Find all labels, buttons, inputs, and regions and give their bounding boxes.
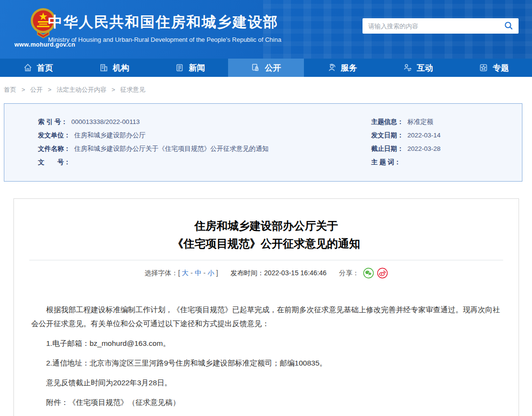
article-body: 根据我部工程建设标准编制工作计划，《住宅项目规范》已起草完成，在前期多次征求意见… xyxy=(31,303,501,409)
organization-icon xyxy=(99,63,109,73)
nav-item-topics[interactable]: 专题 xyxy=(456,59,532,77)
nav-label: 互动 xyxy=(417,62,433,73)
breadcrumb: 首页 > 公开 > 法定主动公开内容 > 征求意见 xyxy=(0,77,532,94)
paragraph-attachment: 附件：《住宅项目规范》（征求意见稿） xyxy=(31,395,501,409)
search-box xyxy=(363,18,519,34)
info-row-document-number: 文 号： xyxy=(38,156,371,169)
document-info-right-column: 主题信息：标准定额 发文日期：2022-03-14 截止日期：2022-03-2… xyxy=(371,115,522,181)
search-input[interactable] xyxy=(368,23,503,30)
info-label: 主 题 词： xyxy=(371,159,401,166)
info-row-deadline-date: 截止日期：2022-03-28 xyxy=(371,142,522,156)
interaction-icon xyxy=(403,63,412,73)
service-icon xyxy=(327,63,337,73)
font-size-label: 选择字体： xyxy=(145,267,178,279)
article-title: 住房和城乡建设部办公厅关于 《住宅项目规范》公开征求意见的通知 xyxy=(14,217,519,253)
weibo-icon[interactable] xyxy=(377,268,388,279)
publish-time-value: 2022-03-15 16:46:46 xyxy=(264,267,326,279)
breadcrumb-home[interactable]: 首页 xyxy=(4,86,16,93)
wechat-icon[interactable] xyxy=(363,268,374,279)
topic-icon xyxy=(479,63,488,73)
nav-label: 首页 xyxy=(37,62,53,73)
disclosure-icon xyxy=(251,63,260,73)
publish-time-group: 发布时间： 2022-03-15 16:46:46 xyxy=(230,267,326,279)
info-label: 文件名称： xyxy=(38,145,71,152)
site-name: 中华人民共和国住房和城乡建设部 xyxy=(48,12,281,32)
font-size-selector: 选择字体： [ 大 - 中 - 小 ] xyxy=(145,267,218,279)
dash: - xyxy=(204,267,206,279)
font-size-large-button[interactable]: 大 xyxy=(182,267,189,279)
document-info-left-column: 索 引 号：000013338/2022-00113 发文单位：住房和城乡建设部… xyxy=(4,115,371,181)
info-value: 000013338/2022-00113 xyxy=(72,118,140,125)
font-size-medium-button[interactable]: 中 xyxy=(195,267,202,279)
bracket: [ xyxy=(178,267,180,279)
info-label: 发文单位： xyxy=(38,132,71,139)
breadcrumb-separator: > xyxy=(22,86,25,93)
info-row-issuing-unit: 发文单位：住房和城乡建设部办公厅 xyxy=(38,129,371,142)
article-meta-row: 选择字体： [ 大 - 中 - 小 ] 发布时间： 2022-03-15 16:… xyxy=(14,267,519,279)
nav-item-interaction[interactable]: 互动 xyxy=(380,59,456,77)
breadcrumb-statutory-content[interactable]: 法定主动公开内容 xyxy=(57,86,107,93)
info-label: 索 引 号： xyxy=(38,118,68,125)
home-icon xyxy=(23,63,33,73)
paragraph-intro: 根据我部工程建设标准编制工作计划，《住宅项目规范》已起草完成，在前期多次征求意见… xyxy=(31,303,501,330)
news-icon xyxy=(175,63,184,73)
site-title-block[interactable]: 中华人民共和国住房和城乡建设部 Ministry of Housing and … xyxy=(48,12,281,43)
info-label: 主题信息： xyxy=(371,118,404,125)
info-row-keywords: 主 题 词： xyxy=(371,156,522,169)
article-panel: 住房和城乡建设部办公厅关于 《住宅项目规范》公开征求意见的通知 选择字体： [ … xyxy=(13,198,519,416)
nav-label: 服务 xyxy=(341,62,357,73)
paragraph-deadline: 意见反馈截止时间为2022年3月28日。 xyxy=(31,376,501,390)
info-label: 文 号： xyxy=(38,159,71,166)
nav-item-news[interactable]: 新闻 xyxy=(152,59,228,77)
info-row-document-name: 文件名称：住房和城乡建设部办公厅关于《住宅项目规范》公开征求意见的通知 xyxy=(38,142,371,156)
search-button[interactable] xyxy=(503,21,514,31)
main-nav: 首页 机构 新闻 公开 xyxy=(0,59,532,77)
info-row-issue-date: 发文日期：2022-03-14 xyxy=(371,129,522,142)
info-value: 住房和城乡建设部办公厅关于《住宅项目规范》公开征求意见的通知 xyxy=(74,145,269,152)
nav-item-home[interactable]: 首页 xyxy=(0,59,76,77)
nav-item-service[interactable]: 服务 xyxy=(304,59,380,77)
font-size-small-button[interactable]: 小 xyxy=(207,267,214,279)
info-label: 发文日期： xyxy=(371,132,404,139)
nav-label: 专题 xyxy=(493,62,509,73)
info-value: 住房和城乡建设部办公厅 xyxy=(74,132,146,139)
nav-item-organization[interactable]: 机构 xyxy=(76,59,152,77)
document-info-panel: 索 引 号：000013338/2022-00113 发文单位：住房和城乡建设部… xyxy=(4,103,522,182)
breadcrumb-disclosure[interactable]: 公开 xyxy=(30,86,43,93)
share-label: 分享： xyxy=(339,267,359,279)
nav-item-disclosure[interactable]: 公开 xyxy=(228,59,304,77)
nav-label: 公开 xyxy=(265,62,281,73)
breadcrumb-separator: > xyxy=(111,86,115,93)
info-value: 标准定额 xyxy=(408,118,434,125)
publish-time-label: 发布时间： xyxy=(230,267,264,279)
breadcrumb-current-page: 征求意见 xyxy=(121,86,145,93)
breadcrumb-separator: > xyxy=(48,86,51,93)
article-title-line1: 住房和城乡建设部办公厅关于 xyxy=(14,217,519,235)
site-header: www.mohurd.gov.cn 中华人民共和国住房和城乡建设部 Minist… xyxy=(0,0,532,59)
share-group: 分享： xyxy=(339,267,388,279)
info-value: 2022-03-28 xyxy=(408,145,441,152)
info-row-index-number: 索 引 号：000013338/2022-00113 xyxy=(38,115,371,129)
paragraph-email: 1.电子邮箱：bz_mohurd@163.com。 xyxy=(31,336,501,350)
title-separator xyxy=(29,260,503,260)
info-value: 2022-03-14 xyxy=(408,132,441,139)
site-name-english: Ministry of Housing and Urban-Rural Deve… xyxy=(48,36,281,43)
info-row-topic-info: 主题信息：标准定额 xyxy=(371,115,522,129)
dash: - xyxy=(191,267,193,279)
article-title-line2: 《住宅项目规范》公开征求意见的通知 xyxy=(14,235,519,253)
info-label: 截止日期： xyxy=(371,145,404,152)
nav-label: 新闻 xyxy=(189,62,205,73)
nav-label: 机构 xyxy=(113,62,129,73)
bracket: ] xyxy=(216,267,218,279)
paragraph-mail-address: 2.通信地址：北京市海淀区三里河路9号住房和城乡建设部标准定额司；邮编10083… xyxy=(31,356,501,370)
search-icon xyxy=(504,24,513,32)
